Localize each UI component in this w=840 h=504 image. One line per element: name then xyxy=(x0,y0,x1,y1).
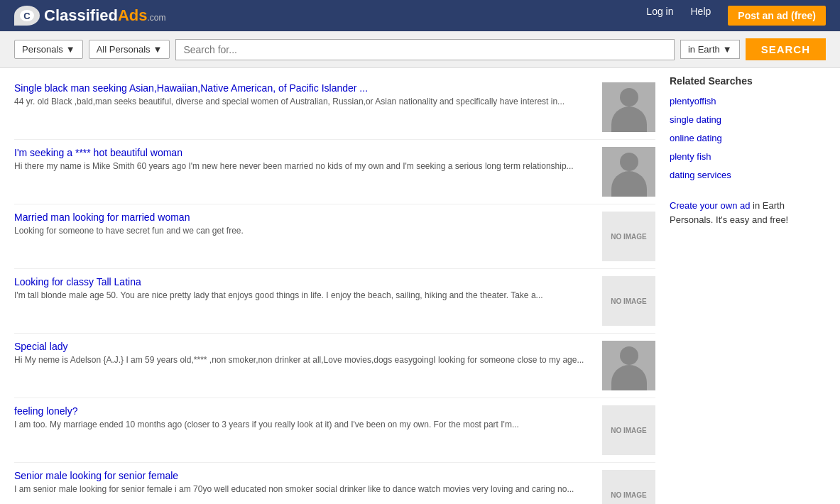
post-ad-button[interactable]: Post an ad (free) xyxy=(728,6,826,26)
listing-link[interactable]: Single black man seeking Asian,Hawaiian,… xyxy=(14,82,368,94)
listing-desc: Hi there my name is Mike Smith 60 years … xyxy=(14,160,595,172)
create-ad-link[interactable]: Create your own ad xyxy=(670,200,750,211)
listing-image xyxy=(602,341,655,390)
no-image-placeholder: NO IMAGE xyxy=(602,405,655,455)
related-searches-list: plentyoffish single dating online dating… xyxy=(670,92,826,185)
logo-area: C ClassifiedAds.com xyxy=(14,6,646,26)
listing-image xyxy=(602,147,655,197)
listing-title: Looking for classy Tall Latina xyxy=(14,276,595,287)
svg-text:C: C xyxy=(23,11,31,21)
search-bar: Personals ▼ All Personals ▼ in Earth ▼ S… xyxy=(0,31,840,68)
listing-desc: I am too. My marriage ended 10 months ag… xyxy=(14,419,595,431)
list-item: feeling lonely? I am too. My marriage en… xyxy=(14,398,655,463)
listing-title: I'm seeking a **** hot beautiful woman xyxy=(14,147,595,158)
no-image-placeholder: NO IMAGE xyxy=(602,470,655,504)
listing-title: Married man looking for married woman xyxy=(14,212,595,223)
listing-title: Special lady xyxy=(14,341,595,352)
create-ad-text: Create your own ad in Earth Personals. I… xyxy=(670,199,826,226)
listing-desc: Looking for someone to have secret fun a… xyxy=(14,225,595,237)
subcategory-select[interactable]: All Personals ▼ xyxy=(89,40,170,59)
list-item: Special lady Hi My neme is Adelson {A.J.… xyxy=(14,334,655,398)
related-search-item: single dating xyxy=(670,111,826,129)
listing-link[interactable]: Looking for classy Tall Latina xyxy=(14,276,141,287)
list-item: Looking for classy Tall Latina I'm tall … xyxy=(14,269,655,334)
search-button[interactable]: SEARCH xyxy=(746,38,826,60)
related-search-item: dating services xyxy=(670,166,826,185)
listing-link[interactable]: Married man looking for married woman xyxy=(14,212,190,223)
no-image-placeholder: NO IMAGE xyxy=(602,212,655,261)
listing-text: Married man looking for married woman Lo… xyxy=(14,212,595,261)
listing-link[interactable]: Senior male looking for senior female xyxy=(14,470,178,481)
listings: Single black man seeking Asian,Hawaiian,… xyxy=(14,75,655,504)
related-search-link[interactable]: plentyoffish xyxy=(670,96,716,106)
listing-desc: I'm tall blonde male age 50. You are nic… xyxy=(14,290,595,302)
related-search-link[interactable]: dating services xyxy=(670,170,731,180)
related-searches-title: Related Searches xyxy=(670,75,826,87)
listing-title: Single black man seeking Asian,Hawaiian,… xyxy=(14,82,595,94)
listing-title: feeling lonely? xyxy=(14,405,595,417)
header-nav: Log in Help Post an ad (free) xyxy=(646,6,826,26)
listing-title: Senior male looking for senior female xyxy=(14,470,595,481)
related-search-item: plenty fish xyxy=(670,148,826,166)
location-chevron-icon: ▼ xyxy=(723,44,732,55)
listing-image xyxy=(602,82,655,132)
listing-text: Senior male looking for senior female I … xyxy=(14,470,595,504)
related-search-link[interactable]: online dating xyxy=(670,133,722,143)
related-search-item: plentyoffish xyxy=(670,92,826,111)
listing-text: Looking for classy Tall Latina I'm tall … xyxy=(14,276,595,326)
listing-desc: 44 yr. old Black ,bald,man seeks beautif… xyxy=(14,96,595,108)
sidebar: Related Searches plentyoffish single dat… xyxy=(670,75,826,504)
listing-text: Special lady Hi My neme is Adelson {A.J.… xyxy=(14,341,595,390)
header: C ClassifiedAds.com Log in Help Post an … xyxy=(0,0,840,31)
listing-desc: I am senior male looking for senior fema… xyxy=(14,483,595,495)
category-select[interactable]: Personals ▼ xyxy=(14,40,83,59)
related-search-link[interactable]: plenty fish xyxy=(670,151,711,162)
listing-link[interactable]: I'm seeking a **** hot beautiful woman xyxy=(14,147,182,158)
list-item: Married man looking for married woman Lo… xyxy=(14,204,655,269)
list-item: I'm seeking a **** hot beautiful woman H… xyxy=(14,140,655,204)
listing-link[interactable]: feeling lonely? xyxy=(14,405,78,417)
listing-text: I'm seeking a **** hot beautiful woman H… xyxy=(14,147,595,197)
category-chevron-icon: ▼ xyxy=(66,44,75,55)
main-content: Single black man seeking Asian,Hawaiian,… xyxy=(0,68,840,504)
no-image-placeholder: NO IMAGE xyxy=(602,276,655,326)
search-input[interactable] xyxy=(175,39,675,60)
login-link[interactable]: Log in xyxy=(646,6,673,26)
listing-text: feeling lonely? I am too. My marriage en… xyxy=(14,405,595,455)
list-item: Senior male looking for senior female I … xyxy=(14,463,655,504)
listing-link[interactable]: Special lady xyxy=(14,341,68,352)
related-search-link[interactable]: single dating xyxy=(670,114,721,125)
help-link[interactable]: Help xyxy=(691,6,711,26)
subcategory-chevron-icon: ▼ xyxy=(153,44,163,55)
logo-bubble: C xyxy=(14,6,40,26)
list-item: Single black man seeking Asian,Hawaiian,… xyxy=(14,75,655,140)
location-select[interactable]: in Earth ▼ xyxy=(680,40,740,59)
listing-text: Single black man seeking Asian,Hawaiian,… xyxy=(14,82,595,132)
listing-desc: Hi My neme is Adelson {A.J.} I am 59 yea… xyxy=(14,354,595,366)
logo-text: ClassifiedAds.com xyxy=(44,6,166,25)
related-search-item: online dating xyxy=(670,129,826,148)
